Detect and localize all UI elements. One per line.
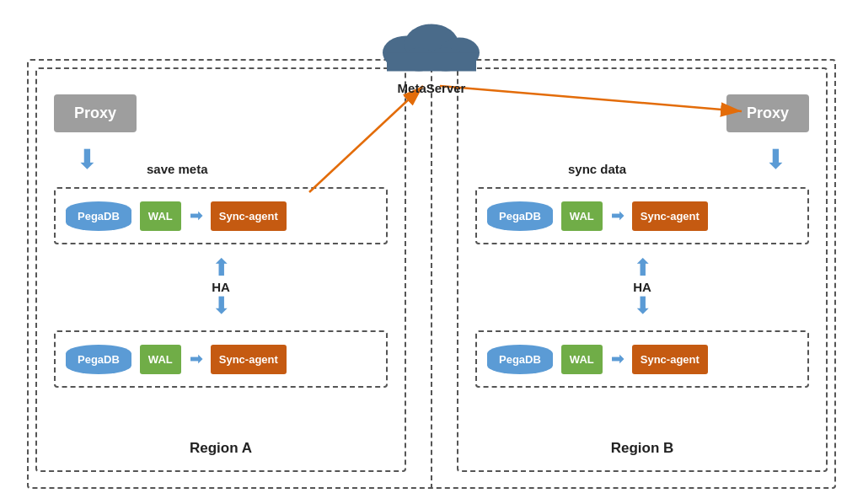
sync-agent-b-bottom: Sync-agent — [632, 345, 708, 374]
metaserver: MetaServer — [377, 17, 486, 95]
wal-a-top: WAL — [140, 201, 181, 231]
metaserver-label: MetaServer — [377, 81, 486, 95]
wal-b-top: WAL — [561, 201, 603, 231]
sync-agent-a-top: Sync-agent — [211, 201, 287, 231]
ha-down-arrow-a: ⬇ — [212, 294, 231, 318]
wal-to-sync-arrow-a-top: ➡ — [190, 206, 202, 225]
pegadb-a-top: PegaDB — [66, 201, 131, 231]
cluster-a-bottom: PegaDB WAL ➡ Sync-agent — [54, 330, 388, 388]
vertical-divider — [431, 59, 432, 489]
wal-b-bottom: WAL — [561, 345, 603, 374]
proxy-a-down-arrow: ⬇ — [76, 143, 99, 175]
cluster-b-bottom: PegaDB WAL ➡ Sync-agent — [475, 330, 809, 388]
region-b-label: Region B — [611, 440, 674, 457]
wal-to-sync-arrow-b-top: ➡ — [611, 206, 624, 225]
pegadb-b-top: PegaDB — [487, 201, 553, 231]
save-meta-label: save meta — [147, 162, 208, 176]
proxy-a: Proxy — [54, 94, 137, 132]
wal-to-sync-arrow-b-bottom: ➡ — [611, 350, 624, 368]
ha-up-arrow-b: ⬆ — [633, 256, 652, 280]
ha-b: ⬆ HA ⬇ — [633, 256, 652, 318]
region-a-label: Region A — [190, 440, 252, 457]
cluster-a-top: PegaDB WAL ➡ Sync-agent — [54, 187, 388, 244]
ha-down-arrow-b: ⬇ — [633, 294, 652, 318]
svg-rect-5 — [387, 53, 476, 72]
sync-data-label: sync data — [568, 162, 626, 176]
proxy-b-down-arrow: ⬇ — [764, 143, 787, 175]
pegadb-a-bottom: PegaDB — [66, 345, 131, 374]
wal-a-bottom: WAL — [140, 345, 181, 374]
ha-up-arrow-a: ⬆ — [212, 256, 231, 280]
ha-a: ⬆ HA ⬇ — [212, 256, 231, 318]
pegadb-b-bottom: PegaDB — [487, 345, 553, 374]
proxy-b: Proxy — [726, 94, 809, 132]
diagram-container: MetaServer Proxy ⬇ save meta PegaDB — [27, 17, 836, 489]
cluster-b-top: PegaDB WAL ➡ Sync-agent — [475, 187, 809, 244]
region-a: Proxy ⬇ save meta PegaDB WAL ➡ Sync-agen… — [35, 67, 406, 472]
region-b: Proxy ⬇ sync data PegaDB WAL ➡ Sync-agen… — [457, 67, 828, 472]
cloud-icon — [377, 17, 486, 76]
wal-to-sync-arrow-a-bottom: ➡ — [190, 350, 202, 368]
sync-agent-a-bottom: Sync-agent — [211, 345, 287, 374]
sync-agent-b-top: Sync-agent — [632, 201, 708, 231]
